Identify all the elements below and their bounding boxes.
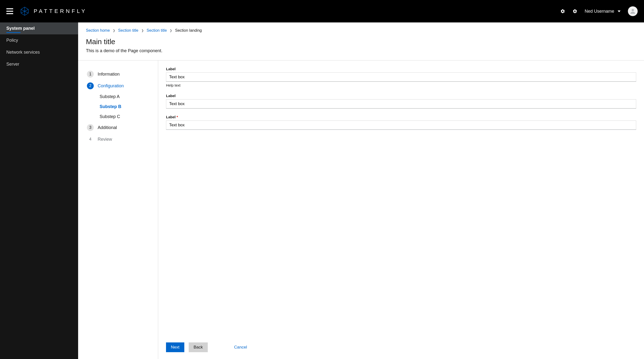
settings-icon[interactable] bbox=[560, 9, 565, 14]
wizard-step-label: Information bbox=[98, 72, 120, 77]
required-indicator: * bbox=[176, 115, 178, 119]
wizard-substep-label: Substep A bbox=[100, 94, 120, 99]
wizard-step-number: 2 bbox=[87, 82, 94, 89]
page-header: Section home ❯ Section title ❯ Section t… bbox=[78, 22, 644, 60]
wizard-footer: Next Back Cancel bbox=[158, 338, 644, 359]
wizard-body: Label Help text Label Label* Next bbox=[158, 60, 644, 359]
svg-point-0 bbox=[632, 9, 634, 11]
avatar[interactable] bbox=[628, 6, 638, 16]
chevron-right-icon: ❯ bbox=[141, 29, 144, 32]
wizard-substep-label: Substep B bbox=[100, 104, 121, 109]
sidebar-item-policy[interactable]: Policy bbox=[0, 34, 78, 46]
sidebar-item-label: System panel bbox=[6, 26, 35, 31]
caret-down-icon bbox=[618, 10, 620, 12]
wizard-step-number: 3 bbox=[87, 124, 94, 131]
wizard-step-configuration[interactable]: 2 Configuration bbox=[87, 80, 152, 92]
page-subtitle: This is a demo of the Page component. bbox=[86, 48, 636, 53]
back-button[interactable]: Back bbox=[189, 343, 208, 352]
settings-icon-2[interactable] bbox=[572, 9, 577, 14]
breadcrumb-link[interactable]: Section title bbox=[118, 28, 138, 33]
wizard-substep-b[interactable]: Substep B bbox=[87, 102, 152, 112]
hamburger-menu-button[interactable] bbox=[6, 8, 13, 14]
form-group: Label bbox=[166, 94, 636, 108]
form-label: Label bbox=[166, 94, 636, 98]
wizard-step-number: 1 bbox=[87, 71, 94, 77]
chevron-right-icon: ❯ bbox=[170, 29, 172, 32]
wizard-step-label: Review bbox=[98, 137, 112, 142]
wizard-step-label: Additional bbox=[98, 125, 117, 130]
wizard-step-review: 4 Review bbox=[87, 133, 152, 145]
masthead-right: Ned Username bbox=[560, 6, 638, 16]
breadcrumb-link[interactable]: Section home bbox=[86, 28, 110, 33]
username-label: Ned Username bbox=[585, 9, 614, 14]
cancel-button[interactable]: Cancel bbox=[229, 343, 252, 352]
sidebar-item-server[interactable]: Server bbox=[0, 58, 78, 70]
text-input[interactable] bbox=[166, 72, 636, 82]
sidebar-item-system-panel[interactable]: System panel bbox=[0, 22, 78, 34]
breadcrumb-current: Section landing bbox=[175, 28, 202, 33]
wizard-substep-c[interactable]: Substep C bbox=[87, 112, 152, 122]
wizard-step-number: 4 bbox=[87, 136, 94, 143]
wizard-step-information[interactable]: 1 Information bbox=[87, 68, 152, 80]
form-label: Label bbox=[166, 67, 636, 71]
form-label-text: Label bbox=[166, 115, 176, 119]
patternfly-logo-icon bbox=[20, 6, 29, 16]
masthead: PATTERNFLY Ned Username bbox=[0, 0, 644, 22]
page-title: Main title bbox=[86, 37, 636, 46]
next-button[interactable]: Next bbox=[166, 343, 184, 352]
wizard-substep-label: Substep C bbox=[100, 114, 120, 119]
wizard-substep-a[interactable]: Substep A bbox=[87, 92, 152, 102]
sidebar: System panel Policy Network services Ser… bbox=[0, 22, 78, 359]
wizard-nav: 1 Information 2 Configuration Substep A … bbox=[78, 60, 158, 359]
wizard-form: Label Help text Label Label* bbox=[158, 60, 644, 338]
form-group: Label* bbox=[166, 115, 636, 130]
form-label: Label* bbox=[166, 115, 636, 119]
brand-logo[interactable]: PATTERNFLY bbox=[20, 6, 87, 16]
breadcrumb-link[interactable]: Section title bbox=[147, 28, 167, 33]
avatar-icon bbox=[629, 8, 636, 15]
sidebar-item-label: Network services bbox=[6, 50, 40, 55]
masthead-left: PATTERNFLY bbox=[6, 6, 87, 16]
user-dropdown[interactable]: Ned Username bbox=[585, 9, 620, 14]
brand-text: PATTERNFLY bbox=[34, 8, 87, 14]
text-input[interactable] bbox=[166, 99, 636, 108]
breadcrumb: Section home ❯ Section title ❯ Section t… bbox=[86, 28, 636, 33]
text-input[interactable] bbox=[166, 120, 636, 130]
wizard-step-label: Configuration bbox=[98, 83, 124, 88]
form-group: Label Help text bbox=[166, 67, 636, 87]
sidebar-item-network-services[interactable]: Network services bbox=[0, 46, 78, 58]
sidebar-item-label: Policy bbox=[6, 38, 18, 43]
wizard: 1 Information 2 Configuration Substep A … bbox=[78, 60, 644, 359]
main-content: Section home ❯ Section title ❯ Section t… bbox=[78, 22, 644, 359]
form-help-text: Help text bbox=[166, 83, 636, 87]
wizard-step-additional[interactable]: 3 Additional bbox=[87, 122, 152, 133]
sidebar-item-label: Server bbox=[6, 62, 19, 67]
chevron-right-icon: ❯ bbox=[113, 29, 115, 32]
